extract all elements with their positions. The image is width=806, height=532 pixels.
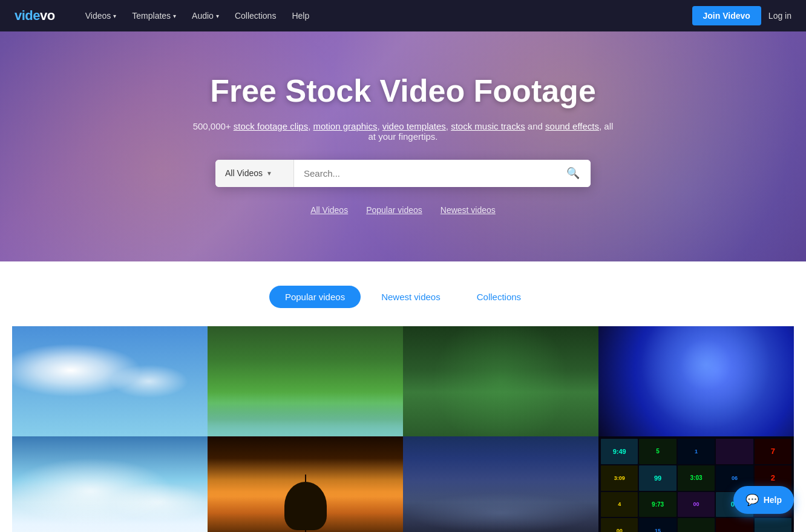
play-icon: ▶ xyxy=(687,367,706,395)
hero-title: Free Stock Video Footage xyxy=(210,73,596,109)
link-sound-effects[interactable]: sound effects xyxy=(545,121,599,131)
video-thumbnail-2[interactable]: ▶ xyxy=(208,326,403,436)
play-icon: ▶ xyxy=(100,478,119,505)
hero-filter-links: All Videos Popular videos Newest videos xyxy=(310,205,496,215)
video-thumbnail-1[interactable]: ▶ xyxy=(12,326,208,436)
nav-right: Join Videvo Log in xyxy=(692,6,791,25)
nav-collections[interactable]: Collections xyxy=(229,7,282,24)
video-thumbnail-5[interactable]: ▶ xyxy=(12,436,208,532)
hero-link-newest[interactable]: Newest videos xyxy=(441,205,496,215)
play-icon: ▶ xyxy=(100,367,119,395)
link-stock-music[interactable]: stock music tracks xyxy=(451,121,525,131)
link-motion-graphics[interactable]: motion graphics xyxy=(313,121,378,131)
tab-popular-videos[interactable]: Popular videos xyxy=(269,286,361,308)
link-video-templates[interactable]: video templates xyxy=(382,121,446,131)
content-tabs: Popular videos Newest videos Collections xyxy=(12,286,794,308)
main-content: Popular videos Newest videos Collections… xyxy=(0,261,806,532)
link-stock-footage[interactable]: stock footage clips xyxy=(234,121,308,131)
nav-templates[interactable]: Templates ▾ xyxy=(126,7,182,24)
video-grid: ▶ ▶ ▶ ▶ ▶ ▶ xyxy=(12,326,794,532)
search-bar: All Videos ▼ 🔍 xyxy=(215,160,591,187)
chevron-down-icon: ▾ xyxy=(113,13,116,19)
nav-audio[interactable]: Audio ▾ xyxy=(186,7,225,24)
play-icon: ▶ xyxy=(296,367,315,395)
hero-link-popular[interactable]: Popular videos xyxy=(366,205,422,215)
play-icon: ▶ xyxy=(491,478,510,505)
hero-link-all-videos[interactable]: All Videos xyxy=(310,205,348,215)
login-button[interactable]: Log in xyxy=(768,11,791,21)
search-input[interactable] xyxy=(294,160,555,187)
play-icon: ▶ xyxy=(687,478,706,505)
search-icon: 🔍 xyxy=(566,166,580,180)
help-chat-button[interactable]: 💬 Help xyxy=(733,486,794,514)
nav-videos[interactable]: Videos ▾ xyxy=(79,7,123,24)
video-thumbnail-3[interactable]: ▶ xyxy=(403,326,598,436)
video-thumbnail-4[interactable]: ▶ xyxy=(598,326,794,436)
video-thumbnail-6[interactable]: ▶ xyxy=(208,436,403,532)
search-button[interactable]: 🔍 xyxy=(555,160,591,187)
chevron-down-icon: ▾ xyxy=(216,13,219,19)
chat-icon: 💬 xyxy=(745,493,759,507)
site-logo[interactable]: videvo xyxy=(15,8,55,24)
navbar: videvo Videos ▾ Templates ▾ Audio ▾ Coll… xyxy=(0,0,806,31)
tab-newest-videos[interactable]: Newest videos xyxy=(365,286,456,308)
nav-help[interactable]: Help xyxy=(286,7,315,24)
play-icon: ▶ xyxy=(491,367,510,395)
play-icon: ▶ xyxy=(296,478,315,505)
nav-links: Videos ▾ Templates ▾ Audio ▾ Collections… xyxy=(79,7,692,24)
video-thumbnail-8[interactable]: 9:49 5 1 7 3:09 99 3:03 06 2 4 9:73 00 0… xyxy=(598,436,794,532)
video-thumbnail-7[interactable]: ▶ xyxy=(403,436,598,532)
search-category-select[interactable]: All Videos ▼ xyxy=(215,160,294,187)
hero-description: 500,000+ stock footage clips, motion gra… xyxy=(191,121,615,142)
tab-collections[interactable]: Collections xyxy=(461,286,537,308)
category-arrow-icon: ▼ xyxy=(266,170,272,177)
hero-section: Free Stock Video Footage 500,000+ stock … xyxy=(0,31,806,261)
chevron-down-icon: ▾ xyxy=(173,13,176,19)
join-button[interactable]: Join Videvo xyxy=(692,6,761,25)
